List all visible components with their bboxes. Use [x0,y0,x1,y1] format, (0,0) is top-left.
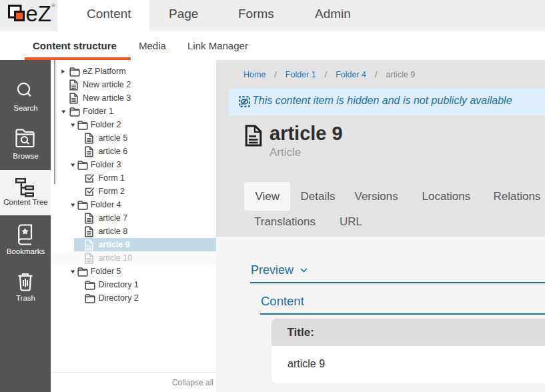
svg-text:eZ: eZ [26,1,52,26]
svg-text:R: R [53,4,55,7]
